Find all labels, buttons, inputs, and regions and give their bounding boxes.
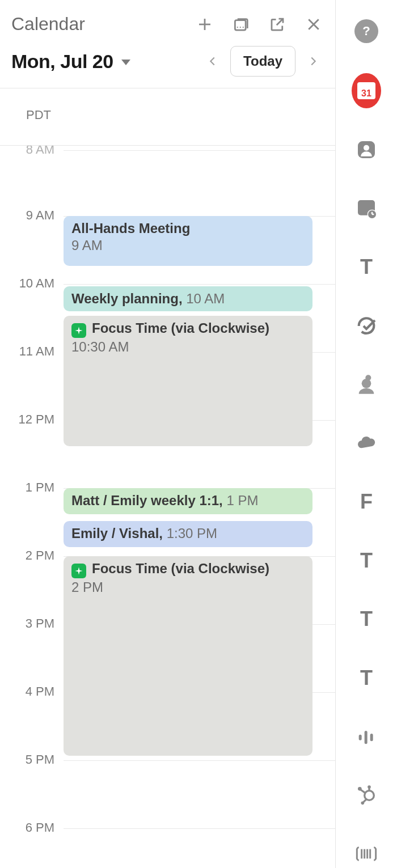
letter-t-icon: T bbox=[360, 666, 373, 690]
schedule-icon bbox=[355, 197, 378, 220]
rail-schedule-button[interactable] bbox=[352, 194, 381, 223]
rail-app-f[interactable]: F bbox=[352, 488, 381, 516]
rail-refresh-button[interactable] bbox=[352, 312, 381, 340]
event-time: 10 AM bbox=[186, 291, 225, 306]
refresh-check-icon bbox=[355, 315, 378, 337]
sparkle-icon bbox=[71, 564, 86, 578]
rail-app-t-1[interactable]: T bbox=[352, 253, 381, 282]
rail-help-button[interactable]: ? bbox=[352, 17, 381, 45]
hour-label: 3 PM bbox=[0, 616, 54, 631]
add-event-button[interactable] bbox=[195, 14, 215, 35]
letter-t-icon: T bbox=[360, 255, 373, 279]
svg-rect-20 bbox=[370, 734, 373, 741]
svg-rect-19 bbox=[365, 731, 368, 744]
event-title: Focus Time (via Clockwise) bbox=[92, 320, 269, 336]
hour-label: 6 PM bbox=[0, 820, 54, 835]
hour-label: 10 AM bbox=[0, 276, 54, 291]
svg-line-25 bbox=[361, 790, 365, 793]
event-time: 1:30 PM bbox=[167, 526, 217, 541]
close-icon bbox=[305, 16, 322, 33]
event-title: Emily / Vishal, bbox=[71, 526, 167, 541]
event-time: 2 PM bbox=[71, 579, 305, 595]
close-panel-button[interactable] bbox=[303, 14, 324, 35]
rail-app-t-3[interactable]: T bbox=[352, 606, 381, 634]
hour-label: 9 AM bbox=[0, 208, 54, 223]
svg-line-6 bbox=[277, 19, 283, 25]
next-day-button[interactable] bbox=[302, 50, 324, 72]
rail-hubspot-button[interactable] bbox=[352, 781, 381, 810]
letter-t-icon: T bbox=[360, 607, 373, 631]
current-date-label: Mon, Jul 20 bbox=[11, 50, 113, 73]
hour-label: 12 PM bbox=[0, 412, 54, 427]
calendar-event[interactable]: Emily / Vishal, 1:30 PM bbox=[64, 521, 312, 547]
prev-day-button[interactable] bbox=[202, 50, 223, 72]
timezone-label: PDT bbox=[0, 88, 335, 146]
side-rail: ? 31 T bbox=[336, 0, 397, 868]
chevron-right-icon bbox=[307, 55, 319, 67]
person-icon bbox=[355, 138, 378, 161]
svg-point-4 bbox=[240, 26, 241, 27]
calendar-event[interactable]: Matt / Emily weekly 1:1, 1 PM bbox=[64, 488, 312, 514]
hour-label: 5 PM bbox=[0, 752, 54, 767]
chevron-left-icon bbox=[206, 55, 219, 67]
event-time: 1 PM bbox=[226, 493, 258, 508]
rail-audio-button[interactable] bbox=[352, 723, 381, 751]
barcode-icon bbox=[355, 842, 378, 865]
svg-point-10 bbox=[364, 145, 369, 151]
today-button[interactable]: Today bbox=[230, 46, 295, 77]
event-title: All-Hands Meeting bbox=[71, 221, 190, 236]
sparkle-icon bbox=[71, 323, 86, 338]
hour-label: 2 PM bbox=[0, 548, 54, 563]
event-title: Matt / Emily weekly 1:1, bbox=[71, 493, 226, 508]
hour-label: 4 PM bbox=[0, 684, 54, 699]
rail-profile-button[interactable] bbox=[352, 371, 381, 399]
svg-rect-2 bbox=[235, 20, 246, 30]
rail-calendar-button[interactable]: 31 bbox=[352, 76, 381, 105]
event-time: 10:30 AM bbox=[71, 339, 305, 355]
avatar-bun-icon bbox=[355, 373, 378, 396]
calendar-event[interactable]: Weekly planning, 10 AM bbox=[64, 286, 312, 311]
calendar-icon: 31 bbox=[352, 73, 381, 108]
event-title: Weekly planning, bbox=[71, 291, 186, 306]
event-title: Focus Time (via Clockwise) bbox=[92, 561, 269, 576]
rail-app-t-4[interactable]: T bbox=[352, 664, 381, 692]
external-link-icon bbox=[269, 16, 286, 33]
svg-point-17 bbox=[362, 379, 371, 388]
help-icon: ? bbox=[354, 19, 378, 43]
hubspot-icon bbox=[355, 784, 378, 807]
calendar-view-button[interactable] bbox=[231, 14, 251, 35]
svg-rect-18 bbox=[359, 735, 362, 740]
rail-contacts-button[interactable] bbox=[352, 136, 381, 164]
cloud-icon bbox=[355, 432, 378, 455]
date-picker-button[interactable]: Mon, Jul 20 bbox=[11, 50, 195, 73]
hour-label: 1 PM bbox=[0, 480, 54, 495]
hour-label: 8 AM bbox=[0, 146, 54, 157]
letter-f-icon: F bbox=[360, 490, 373, 514]
calendar-event[interactable]: All-Hands Meeting9 AM bbox=[64, 216, 312, 266]
day-timeline[interactable]: 8 AM9 AM10 AM11 AM12 PM1 PM2 PM3 PM4 PM5… bbox=[0, 146, 335, 868]
svg-point-3 bbox=[237, 26, 238, 27]
letter-t-icon: T bbox=[360, 549, 373, 573]
event-time: 9 AM bbox=[71, 238, 305, 253]
rail-cloud-button[interactable] bbox=[352, 429, 381, 458]
hour-label: 11 AM bbox=[0, 344, 54, 359]
open-external-button[interactable] bbox=[267, 14, 288, 35]
chevron-down-icon bbox=[121, 60, 130, 65]
plus-icon bbox=[196, 16, 213, 33]
svg-line-27 bbox=[364, 799, 366, 802]
panel-title: Calendar bbox=[11, 14, 179, 35]
svg-point-5 bbox=[243, 26, 244, 27]
audio-bars-icon bbox=[355, 725, 378, 748]
calendar-event[interactable]: Focus Time (via Clockwise)2 PM bbox=[64, 556, 312, 756]
calendar-multi-icon bbox=[233, 16, 250, 33]
rail-barcode-button[interactable] bbox=[352, 840, 381, 869]
calendar-event[interactable]: Focus Time (via Clockwise)10:30 AM bbox=[64, 316, 312, 446]
rail-app-t-2[interactable]: T bbox=[352, 547, 381, 575]
